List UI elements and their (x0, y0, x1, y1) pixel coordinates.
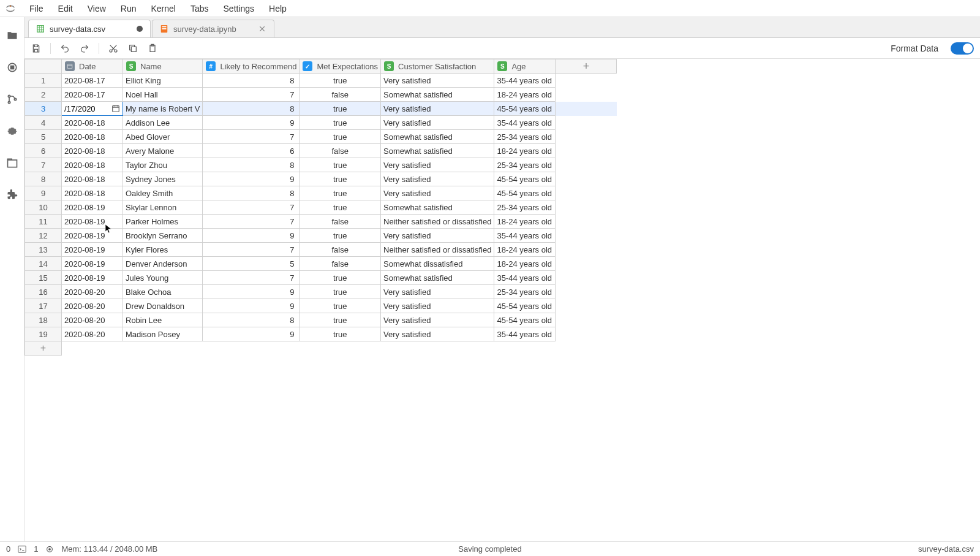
table-row[interactable]: 62020-08-18Avery Malone6falseSomewhat sa… (25, 144, 617, 158)
cell-date[interactable]: 2020-08-17 (62, 74, 123, 88)
row-number[interactable]: 19 (25, 327, 62, 341)
table-row[interactable]: 162020-08-20Blake Ochoa9trueVery satisfi… (25, 285, 617, 299)
cell-name[interactable]: Sydney Jones (123, 172, 203, 186)
cell-met[interactable]: true (300, 116, 381, 130)
cell-date[interactable]: 2020-08-19 (62, 215, 123, 229)
add-column-button[interactable]: + (556, 59, 617, 74)
cell-met[interactable]: true (300, 172, 381, 186)
menu-settings[interactable]: Settings (216, 1, 262, 16)
column-header-met-expectations[interactable]: ✓Met Expectations (300, 59, 381, 74)
table-row[interactable]: 82020-08-18Sydney Jones9trueVery satisfi… (25, 172, 617, 186)
format-data-toggle[interactable] (951, 42, 974, 55)
column-header-date[interactable]: Date (62, 59, 123, 74)
git-icon[interactable] (6, 93, 18, 105)
cut-icon[interactable] (108, 43, 119, 54)
cell-satisfaction[interactable]: Very satisfied (381, 313, 494, 327)
cell-satisfaction[interactable]: Somewhat satisfied (381, 144, 494, 158)
cell-met[interactable]: true (300, 74, 381, 88)
cell-name[interactable]: Taylor Zhou (123, 158, 203, 172)
cell-date[interactable]: 2020-08-19 (62, 229, 123, 243)
table-row[interactable]: 92020-08-18Oakley Smith8trueVery satisfi… (25, 186, 617, 200)
cell-met[interactable]: true (300, 158, 381, 172)
cell-recommend[interactable]: 9 (203, 229, 300, 243)
cell-recommend[interactable]: 7 (203, 200, 300, 215)
cell-met[interactable]: true (300, 200, 381, 215)
add-row-button[interactable]: + (25, 341, 62, 356)
cell-date-editing[interactable] (62, 102, 123, 116)
cell-recommend[interactable]: 8 (203, 102, 300, 116)
row-number[interactable]: 11 (25, 215, 62, 229)
redo-icon[interactable] (79, 43, 90, 54)
table-row[interactable]: 122020-08-19Brooklyn Serrano9trueVery sa… (25, 229, 617, 243)
cell-recommend[interactable]: 7 (203, 271, 300, 285)
table-row[interactable]: 142020-08-19Denver Anderson5falseSomewha… (25, 257, 617, 271)
cell-recommend[interactable]: 7 (203, 88, 300, 102)
tab-survey-ipynb[interactable]: survey-data.ipynb (152, 20, 274, 37)
copy-icon[interactable] (127, 43, 138, 54)
cell-name[interactable]: Oakley Smith (123, 186, 203, 200)
row-number[interactable]: 9 (25, 186, 62, 200)
cell-satisfaction[interactable]: Very satisfied (381, 229, 494, 243)
cell-name[interactable]: Brooklyn Serrano (123, 229, 203, 243)
table-row[interactable]: 3My name is Robert V8trueVery satisfied4… (25, 102, 617, 116)
table-row[interactable]: 72020-08-18Taylor Zhou8trueVery satisfie… (25, 158, 617, 172)
cell-recommend[interactable]: 5 (203, 257, 300, 271)
cell-satisfaction[interactable]: Somewhat dissatisfied (381, 257, 494, 271)
cell-date[interactable]: 2020-08-20 (62, 327, 123, 341)
cell-met[interactable]: false (300, 257, 381, 271)
row-number[interactable]: 1 (25, 74, 62, 88)
extensions-icon[interactable] (6, 189, 18, 201)
cell-name[interactable]: Jules Young (123, 271, 203, 285)
cell-age[interactable]: 35-44 years old (494, 271, 556, 285)
column-header-name[interactable]: SName (123, 59, 203, 74)
cell-name[interactable]: Denver Anderson (123, 257, 203, 271)
cell-satisfaction[interactable]: Very satisfied (381, 102, 494, 116)
cell-name[interactable]: Parker Holmes (123, 215, 203, 229)
cell-met[interactable]: true (300, 327, 381, 341)
spreadsheet[interactable]: DateSName#Likely to Recommend✓Met Expect… (24, 59, 980, 541)
cell-name[interactable]: Kyler Flores (123, 243, 203, 257)
cell-name[interactable]: Addison Lee (123, 116, 203, 130)
cell-date[interactable]: 2020-08-18 (62, 144, 123, 158)
terminal-icon[interactable] (18, 545, 26, 554)
cell-age[interactable]: 18-24 years old (494, 88, 556, 102)
cell-date[interactable]: 2020-08-20 (62, 285, 123, 299)
cell-age[interactable]: 45-54 years old (494, 313, 556, 327)
table-row[interactable]: 112020-08-19Parker Holmes7falseNeither s… (25, 215, 617, 229)
cell-date[interactable]: 2020-08-19 (62, 257, 123, 271)
row-number[interactable]: 2 (25, 88, 62, 102)
column-header-age[interactable]: SAge (494, 59, 556, 74)
table-row[interactable]: 152020-08-19Jules Young7trueSomewhat sat… (25, 271, 617, 285)
cell-satisfaction[interactable]: Very satisfied (381, 116, 494, 130)
cell-satisfaction[interactable]: Somewhat satisfied (381, 88, 494, 102)
paste-icon[interactable] (147, 43, 158, 54)
cell-date[interactable]: 2020-08-18 (62, 172, 123, 186)
menu-edit[interactable]: Edit (51, 1, 80, 16)
cell-date[interactable]: 2020-08-19 (62, 271, 123, 285)
cell-recommend[interactable]: 7 (203, 215, 300, 229)
cell-met[interactable]: true (300, 102, 381, 116)
row-number[interactable]: 10 (25, 200, 62, 215)
cell-met[interactable]: false (300, 243, 381, 257)
cell-met[interactable]: false (300, 215, 381, 229)
cell-age[interactable]: 25-34 years old (494, 285, 556, 299)
cell-satisfaction[interactable]: Very satisfied (381, 74, 494, 88)
table-row[interactable]: 42020-08-18Addison Lee9trueVery satisfie… (25, 116, 617, 130)
cell-recommend[interactable]: 9 (203, 116, 300, 130)
cell-name[interactable]: Drew Donaldson (123, 299, 203, 313)
cell-date[interactable]: 2020-08-20 (62, 299, 123, 313)
cell-name[interactable]: Elliot King (123, 74, 203, 88)
cell-satisfaction[interactable]: Very satisfied (381, 158, 494, 172)
cell-name[interactable]: Avery Malone (123, 144, 203, 158)
cell-satisfaction[interactable]: Somewhat satisfied (381, 200, 494, 215)
running-icon[interactable] (6, 61, 18, 74)
row-number[interactable]: 4 (25, 116, 62, 130)
cell-age[interactable]: 18-24 years old (494, 144, 556, 158)
row-number[interactable]: 15 (25, 271, 62, 285)
menu-help[interactable]: Help (262, 1, 294, 16)
table-row[interactable]: 132020-08-19Kyler Flores7falseNeither sa… (25, 243, 617, 257)
settings-icon[interactable] (6, 125, 18, 137)
cell-recommend[interactable]: 9 (203, 172, 300, 186)
row-number[interactable]: 12 (25, 229, 62, 243)
cell-name[interactable]: Noel Hall (123, 88, 203, 102)
